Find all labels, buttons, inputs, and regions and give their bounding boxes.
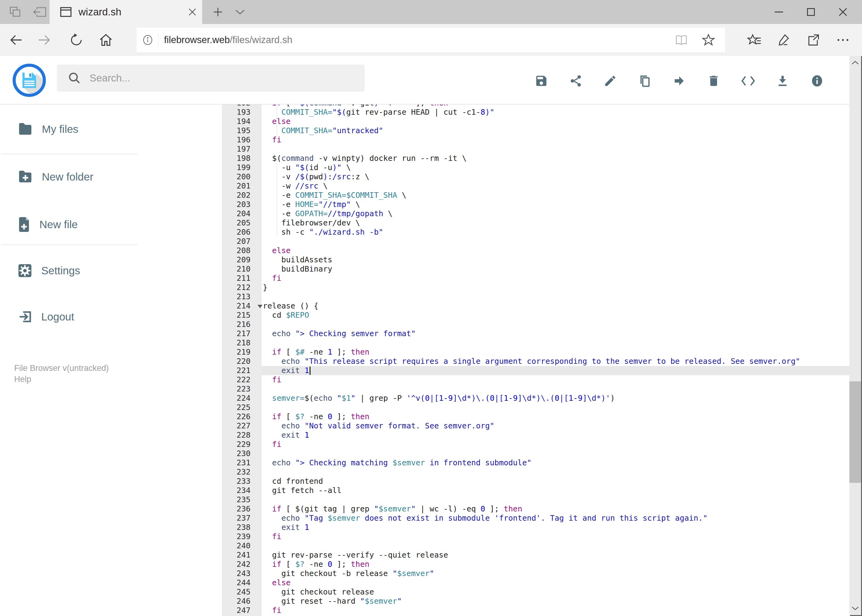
code-line[interactable]: 224 semver=$(echo "$1" | grep -P '^v(0|[… (222, 394, 850, 403)
code-line[interactable]: 198 $(command -v winpty) docker run --rm… (222, 154, 850, 163)
code-line[interactable]: 233 cd frontend (222, 477, 850, 486)
code-line[interactable]: 199 -u "$(id -u)" \ (222, 163, 850, 172)
code-text[interactable]: echo "> Checking semver format" (262, 329, 850, 338)
code-text[interactable]: fi (262, 375, 850, 384)
code-text[interactable]: git fetch --all (262, 486, 850, 495)
code-line[interactable]: 193 COMMIT_SHA="$(git rev-parse HEAD | c… (222, 108, 850, 117)
code-text[interactable]: git rev-parse --verify --quiet release (262, 550, 850, 560)
code-line[interactable]: 232 (222, 467, 850, 477)
code-line[interactable]: 238 exit 1 (222, 523, 850, 532)
code-line[interactable]: 236 if [ $(git tag | grep "$semver" | wc… (222, 504, 850, 514)
code-text[interactable]: if [ $(git tag | grep "$semver" | wc -l)… (262, 504, 850, 514)
sidebar-item-new-file[interactable]: New file (0, 209, 139, 240)
code-text[interactable]: -e GOPATH=//tmp/gopath \ (262, 209, 850, 218)
code-text[interactable]: echo "Tag $semver does not exist in subm… (262, 514, 850, 523)
code-line[interactable]: 240 (222, 541, 850, 550)
sidebar-item-logout[interactable]: Logout (0, 301, 139, 333)
code-text[interactable]: fi (262, 440, 850, 449)
code-text[interactable]: echo "This release script requires a sin… (262, 357, 850, 366)
code-line[interactable]: 237 echo "Tag $semver does not exist in … (222, 514, 850, 523)
code-line[interactable]: 247 fi (222, 606, 850, 615)
code-line[interactable]: 196 fi (222, 135, 850, 145)
code-text[interactable]: -u "$(id -u)" \ (262, 163, 850, 172)
code-text[interactable]: fi (262, 532, 850, 541)
code-line[interactable]: 223 (222, 384, 850, 394)
code-text[interactable]: echo "> Checking matching $semver in fro… (262, 458, 850, 467)
code-text[interactable] (262, 403, 850, 412)
delete-button[interactable] (707, 74, 721, 88)
tab-preview-chevron-icon[interactable] (230, 0, 250, 24)
code-text[interactable]: cd $REPO (262, 311, 850, 320)
tabs-set-aside-icon[interactable] (28, 0, 51, 24)
code-text[interactable] (262, 449, 850, 458)
code-line[interactable]: 231 echo "> Checking matching $semver in… (222, 458, 850, 467)
code-text[interactable] (262, 467, 850, 477)
code-line[interactable]: 216 (222, 320, 850, 329)
code-text[interactable] (262, 541, 850, 550)
code-line[interactable]: 246 git reset --hard "$semver" (222, 597, 850, 606)
hub-favorites-icon[interactable] (739, 24, 769, 56)
sidebar-item-my-files[interactable]: My files (0, 113, 139, 145)
code-line[interactable]: 219 if [ $# -ne 1 ]; then (222, 347, 850, 357)
code-line[interactable]: 197 (222, 145, 850, 154)
code-text[interactable]: git checkout release (262, 588, 850, 597)
tab-close-icon[interactable] (183, 0, 202, 24)
code-line[interactable]: 214release () { (222, 302, 850, 311)
code-text[interactable]: if [ $# -ne 1 ]; then (262, 347, 850, 357)
code-line[interactable]: 215 cd $REPO (222, 311, 850, 320)
address-bar[interactable]: filebrowser.web/files/wizard.sh (137, 28, 725, 52)
save-button[interactable] (534, 74, 548, 88)
code-line[interactable]: 222 fi (222, 375, 850, 384)
sidebar-item-settings[interactable]: Settings (0, 255, 139, 287)
code-line[interactable]: 228 exit 1 (222, 431, 850, 440)
code-text[interactable]: exit 1 (262, 523, 850, 532)
code-line[interactable]: 245 git checkout release (222, 588, 850, 597)
set-tabs-aside-icon[interactable] (4, 0, 27, 24)
code-text[interactable]: COMMIT_SHA="$(git rev-parse HEAD | cut -… (262, 108, 850, 117)
code-line[interactable]: 230 (222, 449, 850, 458)
code-text[interactable]: else (262, 117, 850, 126)
code-text[interactable]: echo "Not valid semver format. See semve… (262, 421, 850, 431)
favorite-star-icon[interactable] (695, 28, 722, 52)
code-line[interactable]: 218 (222, 338, 850, 347)
refresh-icon[interactable] (63, 24, 89, 56)
code-line[interactable]: 217 echo "> Checking semver format" (222, 329, 850, 338)
back-icon[interactable] (3, 24, 29, 56)
code-editor[interactable]: 192 if [ "$(command -v git)" != "" ]; th… (222, 105, 850, 616)
code-line[interactable]: 195 COMMIT_SHA="untracked" (222, 126, 850, 135)
code-line[interactable]: 204 -e GOPATH=//tmp/gopath \ (222, 209, 850, 218)
code-text[interactable]: semver=$(echo "$1" | grep -P '^v(0|[1-9]… (262, 394, 850, 403)
code-text[interactable] (262, 292, 850, 302)
code-line[interactable]: 239 fi (222, 532, 850, 541)
code-text[interactable]: else (262, 578, 850, 588)
code-text[interactable]: COMMIT_SHA="untracked" (262, 126, 850, 135)
code-line[interactable]: 211 fi (222, 274, 850, 283)
code-line[interactable]: 243 git checkout -b release "$semver" (222, 569, 850, 578)
code-text[interactable]: cd frontend (262, 477, 850, 486)
code-line[interactable]: 221 exit 1 (222, 366, 850, 375)
code-text[interactable]: sh -c "./wizard.sh -b" (262, 228, 850, 237)
code-text[interactable] (262, 384, 850, 394)
move-button[interactable] (672, 74, 686, 88)
code-line[interactable]: 234 git fetch --all (222, 486, 850, 495)
filebrowser-logo[interactable] (12, 63, 46, 97)
vertical-scrollbar[interactable] (849, 56, 861, 615)
close-window-icon[interactable] (827, 0, 859, 24)
new-tab-icon[interactable] (208, 0, 228, 24)
code-text[interactable]: fi (262, 274, 850, 283)
code-line[interactable]: 207 (222, 237, 850, 246)
scrollbar-thumb[interactable] (849, 381, 861, 483)
code-text[interactable]: else (262, 246, 850, 255)
code-line[interactable]: 210 buildBinary (222, 264, 850, 274)
code-line[interactable]: 235 (222, 495, 850, 504)
code-text[interactable]: if [ $? -ne 0 ]; then (262, 560, 850, 569)
code-text[interactable]: exit 1 (262, 431, 850, 440)
code-line[interactable]: 201 -w //src \ (222, 181, 850, 191)
code-line[interactable]: 227 echo "Not valid semver format. See s… (222, 421, 850, 431)
code-text[interactable]: release () { (262, 302, 850, 311)
share-button[interactable] (569, 74, 583, 88)
code-line[interactable]: 208 else (222, 246, 850, 255)
code-text[interactable]: exit 1 (262, 366, 850, 375)
code-line[interactable]: 202 -e COMMIT_SHA=$COMMIT_SHA \ (222, 191, 850, 200)
minimize-icon[interactable] (763, 0, 795, 24)
